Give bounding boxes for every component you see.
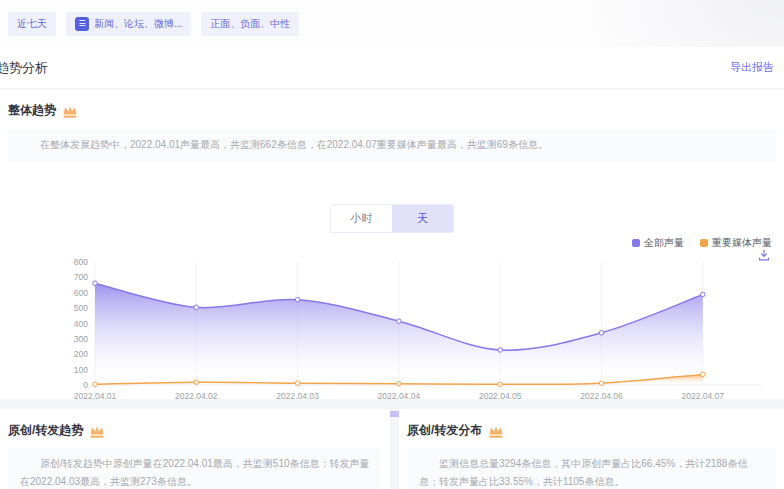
granularity-toggle: 小时 天 (330, 204, 454, 233)
highlight-crown-icon (488, 424, 504, 438)
filter-chip-sentiment[interactable]: 正面、负面、中性 (201, 12, 299, 36)
svg-text:2022.04.06: 2022.04.06 (580, 391, 623, 401)
highlight-crown-icon (62, 104, 78, 118)
svg-text:2022.04.01: 2022.04.01 (74, 391, 117, 401)
legend-item-media-volume[interactable]: 重要媒体声量 (700, 236, 772, 250)
svg-text:100: 100 (74, 365, 88, 375)
highlight-crown-icon (89, 424, 105, 438)
overall-trend-title-row: 整体趋势 (0, 89, 784, 119)
original-repost-trend-card: 原创/转发趋势 原创/转发趋势中原创声量在2022.04.01最高，共监测510… (0, 409, 390, 489)
overall-trend-title: 整体趋势 (8, 102, 56, 119)
svg-text:700: 700 (74, 272, 88, 282)
trend-analysis-panel: 趋势分析 导出报告 整体趋势 在整体发展趋势中，2022.04.01声量最高，共… (0, 47, 784, 399)
svg-text:2022.04.02: 2022.04.02 (175, 391, 218, 401)
card-title: 原创/转发趋势 (8, 422, 83, 439)
overall-trend-summary: 在整体发展趋势中，2022.04.01声量最高，共监测662条信息，在2022.… (8, 129, 776, 161)
export-report-link[interactable]: 导出报告 (730, 60, 774, 75)
filter-bar: 近七天 ☰ 新闻、论坛、微博... 正面、负面、中性 (0, 0, 784, 47)
page-title: 趋势分析 (0, 59, 48, 77)
filter-chip-sources[interactable]: ☰ 新闻、论坛、微博... (66, 12, 191, 36)
filter-chip-label: 正面、负面、中性 (210, 17, 290, 31)
pyq-trend-dashboard: 近七天 ☰ 新闻、论坛、微博... 正面、负面、中性 趋势分析 导出报告 整体趋… (0, 0, 784, 489)
svg-text:2022.04.05: 2022.04.05 (479, 391, 522, 401)
legend-item-total-volume[interactable]: 全部声量 (632, 236, 684, 250)
panel-header: 趋势分析 导出报告 (0, 47, 784, 89)
toggle-day-button[interactable]: 天 (392, 205, 453, 232)
legend-marker-purple (632, 239, 640, 247)
svg-text:800: 800 (74, 257, 88, 267)
svg-text:2022.04.07: 2022.04.07 (682, 391, 725, 401)
bottom-cards: 原创/转发趋势 原创/转发趋势中原创声量在2022.04.01最高，共监测510… (0, 409, 784, 489)
svg-text:400: 400 (74, 319, 88, 329)
card-summary: 监测信息总量3294条信息，其中原创声量占比66.45%，共计2188条信息；转… (407, 448, 776, 489)
svg-text:500: 500 (74, 303, 88, 313)
card-title-row: 原创/转发趋势 (0, 409, 390, 439)
svg-text:600: 600 (74, 288, 88, 298)
chart-legend: 全部声量 重要媒体声量 (632, 236, 772, 250)
svg-text:0: 0 (83, 380, 88, 390)
legend-label: 全部声量 (644, 236, 684, 250)
original-repost-distribution-card: 原创/转发分布 监测信息总量3294条信息，其中原创声量占比66.45%，共计2… (399, 409, 784, 489)
card-title: 原创/转发分布 (407, 422, 482, 439)
source-icon: ☰ (75, 17, 89, 31)
filter-chip-label: 近七天 (17, 17, 47, 31)
legend-marker-orange (700, 239, 708, 247)
volume-trend-area-chart: 01002003004005006007008002022.04.012022.… (0, 252, 784, 407)
svg-text:2022.04.03: 2022.04.03 (276, 391, 319, 401)
svg-text:2022.04.04: 2022.04.04 (378, 391, 421, 401)
legend-label: 重要媒体声量 (712, 236, 772, 250)
filter-chip-label: 新闻、论坛、微博... (94, 17, 182, 31)
card-summary: 原创/转发趋势中原创声量在2022.04.01最高，共监测510条信息；转发声量… (8, 448, 382, 489)
card-title-row: 原创/转发分布 (399, 409, 784, 439)
svg-text:200: 200 (74, 349, 88, 359)
toggle-hour-button[interactable]: 小时 (331, 205, 392, 232)
filter-chip-time-range[interactable]: 近七天 (8, 12, 56, 36)
svg-text:300: 300 (74, 334, 88, 344)
